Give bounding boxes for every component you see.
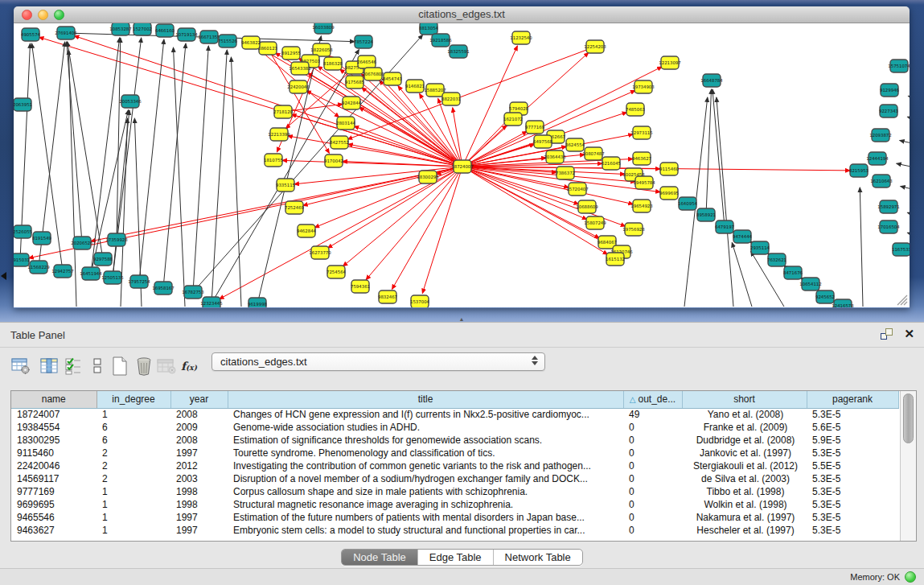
- tab-edge-table[interactable]: Edge Table: [418, 550, 494, 565]
- graph-node[interactable]: 15751074: [888, 60, 910, 72]
- graph-node[interactable]: 18300295: [417, 171, 438, 183]
- graph-node[interactable]: 1537004: [410, 295, 430, 307]
- graph-node[interactable]: 17957254: [128, 275, 150, 288]
- show-column-icon[interactable]: [37, 353, 61, 379]
- graph-node[interactable]: 12505135: [101, 271, 123, 284]
- graph-node[interactable]: 1167533: [892, 243, 910, 256]
- graph-node[interactable]: 16958167: [152, 282, 174, 295]
- graph-node[interactable]: 19756928: [622, 223, 645, 236]
- graph-node[interactable]: 7857224: [354, 35, 374, 48]
- graph-node[interactable]: 2718120: [273, 105, 294, 118]
- column-header-out_de[interactable]: △out_de...: [623, 391, 682, 408]
- graph-node[interactable]: 7632621: [767, 253, 786, 266]
- graph-node[interactable]: 12093872: [869, 129, 891, 142]
- graph-node[interactable]: 9699695: [659, 187, 679, 200]
- graph-node[interactable]: 18325591: [447, 45, 469, 58]
- table-settings-icon[interactable]: [9, 353, 33, 379]
- graph-node[interactable]: 7254564: [326, 266, 347, 278]
- graph-node[interactable]: 16210643: [870, 175, 892, 187]
- table-row[interactable]: 969969511998Structural magnetic resonanc…: [11, 498, 898, 511]
- graph-node[interactable]: 7515526: [218, 35, 238, 47]
- graph-node[interactable]: 7386372: [556, 167, 575, 179]
- graph-node[interactable]: 1640954: [678, 197, 698, 210]
- graph-node[interactable]: 9175685: [345, 76, 364, 89]
- graph-node[interactable]: 7252469: [285, 201, 305, 214]
- graph-node[interactable]: 6479197: [715, 220, 734, 233]
- graph-node[interactable]: 16451944: [80, 267, 102, 280]
- graph-node[interactable]: 2526055: [14, 225, 32, 238]
- select-columns-icon[interactable]: [61, 353, 85, 379]
- network-canvas[interactable]: 1872400788601238912955182260589827503165…: [14, 23, 910, 307]
- close-window-button[interactable]: [22, 10, 32, 20]
- window-titlebar[interactable]: citations_edges.txt: [14, 6, 910, 23]
- graph-node[interactable]: 12323445: [200, 297, 222, 307]
- graph-node[interactable]: 8454743: [383, 72, 402, 85]
- graph-node[interactable]: 12444194: [866, 152, 889, 165]
- graph-node[interactable]: 12942757: [51, 265, 73, 278]
- table-row[interactable]: 977716911998Corpus callosum shape and si…: [11, 485, 898, 498]
- graph-node[interactable]: 2935114: [750, 241, 770, 254]
- column-header-year[interactable]: year: [170, 391, 228, 408]
- graph-node[interactable]: 12213399: [268, 128, 290, 141]
- graph-node[interactable]: 9170042: [324, 154, 343, 167]
- graph-node[interactable]: 20206526: [71, 237, 93, 249]
- graph-node[interactable]: 11232540: [510, 31, 532, 44]
- citation-graph[interactable]: 1872400788601238912955182260589827503165…: [14, 23, 910, 307]
- graph-node[interactable]: 9146821: [405, 80, 425, 93]
- graph-node[interactable]: 8215953: [849, 164, 869, 177]
- graph-node[interactable]: 19654923: [630, 200, 652, 212]
- table-row[interactable]: 1456911722003Disruption of a novel membe…: [11, 472, 898, 485]
- graph-node[interactable]: 18724007: [451, 160, 473, 173]
- graph-node[interactable]: 8860123: [258, 42, 277, 55]
- graph-node[interactable]: 8912955: [281, 47, 301, 60]
- graph-node[interactable]: 7594361: [351, 280, 370, 293]
- graph-node[interactable]: 15807249: [584, 216, 606, 229]
- graph-node[interactable]: 17359928: [105, 233, 128, 246]
- graph-node[interactable]: 17016504: [877, 220, 900, 233]
- table-selector-dropdown[interactable]: citations_edges.txt: [211, 352, 545, 371]
- table-row[interactable]: 1872400712008Changes of HCN gene express…: [11, 408, 898, 421]
- graph-node[interactable]: 2063951: [14, 98, 32, 111]
- graph-node[interactable]: 9777169: [525, 121, 545, 134]
- column-header-name[interactable]: name: [11, 391, 97, 408]
- hide-panel-arrow-icon[interactable]: [1, 272, 6, 280]
- table-row[interactable]: 1830029562008Estimation of significance …: [11, 434, 898, 447]
- graph-node[interactable]: 8471676: [783, 266, 803, 279]
- table-row[interactable]: 1938455462009Genome-wide association stu…: [11, 421, 898, 434]
- graph-node[interactable]: 9129946: [880, 84, 900, 97]
- table-row[interactable]: 2242004622012Investigating the contribut…: [11, 459, 898, 472]
- graph-node[interactable]: 10688609: [576, 200, 598, 213]
- graph-node[interactable]: 10654112: [799, 278, 821, 290]
- graph-node[interactable]: 15892971: [877, 200, 899, 213]
- graph-node[interactable]: 9832467: [378, 290, 397, 303]
- graph-node[interactable]: 8427552: [330, 136, 349, 149]
- graph-node[interactable]: 12213097: [659, 56, 680, 69]
- minimize-window-button[interactable]: [38, 10, 48, 20]
- graph-node[interactable]: 8958921: [696, 208, 716, 221]
- graph-node[interactable]: 19218586: [429, 34, 452, 47]
- graph-node[interactable]: 2803144: [336, 117, 356, 130]
- graph-node[interactable]: 1527002: [133, 23, 152, 35]
- graph-node[interactable]: 12416578: [832, 299, 854, 307]
- graph-node[interactable]: 20676808: [362, 68, 384, 80]
- graph-node[interactable]: 9115460: [659, 163, 680, 175]
- graph-node[interactable]: 8186328: [323, 57, 343, 70]
- graph-node[interactable]: 16543382: [289, 62, 310, 75]
- graph-node[interactable]: 16782753: [182, 286, 203, 299]
- graph-node[interactable]: 10807487: [582, 147, 604, 160]
- graph-node[interactable]: 6466160: [155, 24, 175, 37]
- tab-node-table[interactable]: Node Table: [342, 550, 418, 565]
- graph-node[interactable]: 20053346: [119, 95, 142, 108]
- column-header-pagerank[interactable]: pagerank: [807, 391, 898, 408]
- column-header-short[interactable]: short: [682, 391, 807, 408]
- table-row[interactable]: 911546021997Tourette syndrome. Phenomeno…: [11, 447, 898, 459]
- graph-node[interactable]: 9335115: [276, 179, 295, 192]
- graph-node[interactable]: 9474444: [733, 230, 753, 243]
- graph-node[interactable]: 9297588: [93, 253, 113, 266]
- graph-node[interactable]: 27691406: [55, 27, 77, 39]
- column-header-title[interactable]: title: [228, 391, 623, 408]
- function-builder-icon[interactable]: f(x): [177, 353, 201, 379]
- delete-table-icon[interactable]: [132, 353, 156, 379]
- zoom-window-button[interactable]: [54, 10, 64, 20]
- graph-node[interactable]: 9462844: [297, 225, 317, 237]
